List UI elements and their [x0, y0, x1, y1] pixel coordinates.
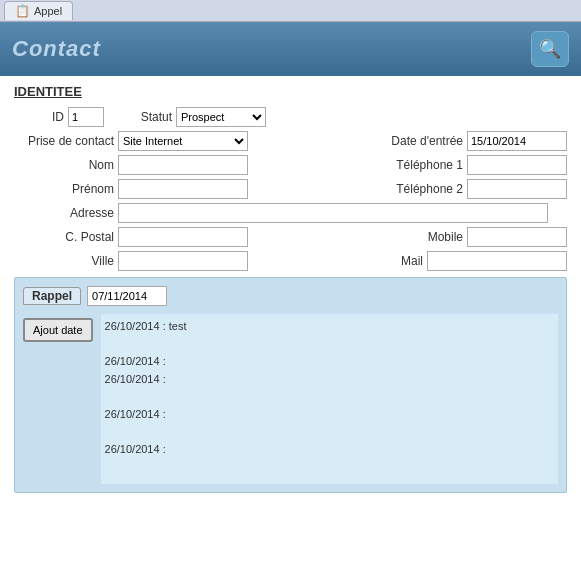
mail-input[interactable]: [427, 251, 567, 271]
prise-contact-label: Prise de contact: [14, 134, 114, 148]
search-button[interactable]: 🔍: [531, 31, 569, 67]
binoculars-icon: 🔍: [539, 38, 561, 60]
row-prise-contact: Prise de contact Site Internet Téléphone…: [14, 131, 567, 151]
main-content: IDENTITEE ID Statut Prospect Client Inac…: [0, 76, 581, 501]
telephone1-input[interactable]: [467, 155, 567, 175]
statut-select[interactable]: Prospect Client Inactif: [176, 107, 266, 127]
app-header: Contact 🔍: [0, 22, 581, 76]
row-nom-tel1: Nom Téléphone 1: [14, 155, 567, 175]
prenom-input[interactable]: [118, 179, 248, 199]
appel-tab[interactable]: 📋 Appel: [4, 1, 73, 20]
ville-label: Ville: [14, 254, 114, 268]
telephone2-label: Téléphone 2: [383, 182, 463, 196]
telephone1-label: Téléphone 1: [383, 158, 463, 172]
id-label: ID: [14, 110, 64, 124]
nom-label: Nom: [14, 158, 114, 172]
mobile-label: Mobile: [383, 230, 463, 244]
title-bar: 📋 Appel: [0, 0, 581, 22]
row-cpostal-mobile: C. Postal Mobile: [14, 227, 567, 247]
rappel-date-input[interactable]: [87, 286, 167, 306]
nom-input[interactable]: [118, 155, 248, 175]
app-title: Contact: [12, 36, 101, 62]
ville-input[interactable]: [118, 251, 248, 271]
row-adresse: Adresse: [14, 203, 567, 223]
row-ville-mail: Ville Mail: [14, 251, 567, 271]
statut-label: Statut: [132, 110, 172, 124]
tab-icon: 📋: [15, 4, 30, 18]
adresse-label: Adresse: [14, 206, 114, 220]
rappel-tab-label: Rappel: [23, 287, 81, 305]
date-entree-input[interactable]: [467, 131, 567, 151]
cpostal-label: C. Postal: [14, 230, 114, 244]
rappel-left: Ajout date: [23, 314, 93, 484]
adresse-input[interactable]: [118, 203, 548, 223]
rappel-section: Rappel Ajout date 26/10/2014 : test 26/1…: [14, 277, 567, 493]
prise-contact-select[interactable]: Site Internet Téléphone Email Autre: [118, 131, 248, 151]
row-id-statut: ID Statut Prospect Client Inactif: [14, 107, 567, 127]
rappel-notes[interactable]: 26/10/2014 : test 26/10/2014 : 26/10/201…: [101, 314, 558, 484]
cpostal-input[interactable]: [118, 227, 248, 247]
tab-label: Appel: [34, 5, 62, 17]
identitee-section: IDENTITEE ID Statut Prospect Client Inac…: [14, 84, 567, 271]
prenom-label: Prénom: [14, 182, 114, 196]
mail-label: Mail: [383, 254, 423, 268]
date-entree-label: Date d'entrée: [383, 134, 463, 148]
ajout-date-button[interactable]: Ajout date: [23, 318, 93, 342]
id-input[interactable]: [68, 107, 104, 127]
rappel-header: Rappel: [23, 286, 558, 306]
mobile-input[interactable]: [467, 227, 567, 247]
row-prenom-tel2: Prénom Téléphone 2: [14, 179, 567, 199]
rappel-body: Ajout date 26/10/2014 : test 26/10/2014 …: [23, 314, 558, 484]
identitee-title: IDENTITEE: [14, 84, 567, 99]
telephone2-input[interactable]: [467, 179, 567, 199]
